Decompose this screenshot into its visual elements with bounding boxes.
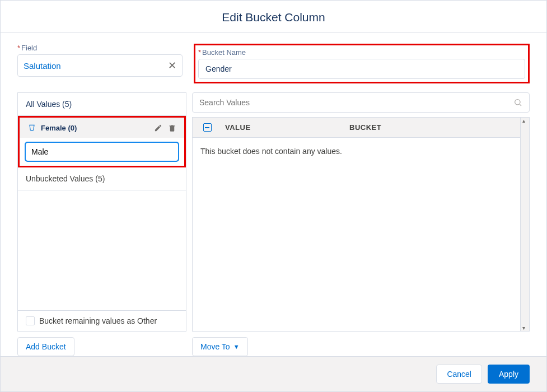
search-values-wrap[interactable] bbox=[192, 92, 530, 113]
selected-bucket-label: Female (0) bbox=[41, 124, 77, 132]
modal-footer: Cancel Apply bbox=[1, 356, 546, 391]
move-to-button[interactable]: Move To ▼ bbox=[192, 337, 248, 356]
modal-body: *Field Salutation ✕ *Bucket Name All Val… bbox=[1, 32, 546, 356]
field-value: Salutation bbox=[24, 61, 61, 71]
edit-bucket-modal: Edit Bucket Column *Field Salutation ✕ *… bbox=[0, 0, 547, 392]
main-columns: All Values (5) Female (0) bbox=[17, 92, 530, 356]
values-table: VALUE BUCKET This bucket does not contai… bbox=[192, 117, 530, 332]
field-label: *Field bbox=[17, 44, 183, 52]
unbucketed-item[interactable]: Unbucketed Values (5) bbox=[18, 167, 186, 190]
all-values-item[interactable]: All Values (5) bbox=[18, 93, 186, 116]
value-column-header[interactable]: VALUE bbox=[215, 123, 349, 132]
search-values-input[interactable] bbox=[199, 98, 513, 107]
apply-button[interactable]: Apply bbox=[488, 365, 530, 384]
svg-point-0 bbox=[515, 100, 520, 105]
new-bucket-input[interactable] bbox=[25, 142, 179, 161]
caret-down-icon: ▼ bbox=[233, 343, 240, 350]
bucket-column-header[interactable]: BUCKET bbox=[349, 123, 513, 132]
indeterminate-checkbox-icon[interactable] bbox=[203, 123, 212, 132]
modal-title: Edit Bucket Column bbox=[1, 11, 546, 24]
field-column: *Field Salutation ✕ bbox=[17, 44, 183, 83]
add-bucket-row: Add Bucket bbox=[17, 337, 186, 356]
bucket-actions bbox=[154, 124, 176, 132]
clear-field-icon[interactable]: ✕ bbox=[168, 59, 176, 72]
header-checkbox-cell[interactable] bbox=[199, 123, 215, 132]
top-row: *Field Salutation ✕ *Bucket Name bbox=[17, 44, 530, 83]
pencil-icon[interactable] bbox=[154, 124, 162, 132]
move-to-row: Move To ▼ bbox=[192, 337, 530, 356]
bucket-icon bbox=[27, 123, 36, 132]
list-spacer bbox=[18, 190, 186, 310]
highlight-box: Female (0) bbox=[18, 116, 186, 167]
table-header-row: VALUE BUCKET bbox=[193, 118, 520, 138]
table-inner: VALUE BUCKET This bucket does not contai… bbox=[193, 118, 520, 331]
new-bucket-row bbox=[20, 138, 184, 166]
search-icon bbox=[513, 98, 522, 107]
cancel-button[interactable]: Cancel bbox=[436, 365, 482, 384]
other-checkbox-label: Bucket remaining values as Other bbox=[39, 316, 157, 325]
selected-bucket-item[interactable]: Female (0) bbox=[20, 118, 184, 138]
left-column: All Values (5) Female (0) bbox=[17, 92, 186, 356]
empty-table-message: This bucket does not contain any values. bbox=[193, 138, 520, 165]
vertical-scrollbar[interactable] bbox=[520, 118, 529, 331]
svg-line-1 bbox=[520, 104, 521, 106]
bucket-name-column: *Bucket Name bbox=[194, 44, 530, 83]
field-lookup-input[interactable]: Salutation ✕ bbox=[17, 54, 183, 77]
trash-icon[interactable] bbox=[168, 124, 176, 132]
right-column: VALUE BUCKET This bucket does not contai… bbox=[192, 92, 530, 356]
add-bucket-button[interactable]: Add Bucket bbox=[17, 337, 74, 356]
bucket-list: All Values (5) Female (0) bbox=[17, 92, 186, 332]
bucket-name-label: *Bucket Name bbox=[198, 48, 525, 57]
bucket-name-input[interactable] bbox=[198, 59, 525, 79]
bucket-other-row: Bucket remaining values as Other bbox=[18, 310, 186, 331]
modal-header: Edit Bucket Column bbox=[1, 1, 546, 32]
other-checkbox[interactable] bbox=[26, 316, 35, 325]
